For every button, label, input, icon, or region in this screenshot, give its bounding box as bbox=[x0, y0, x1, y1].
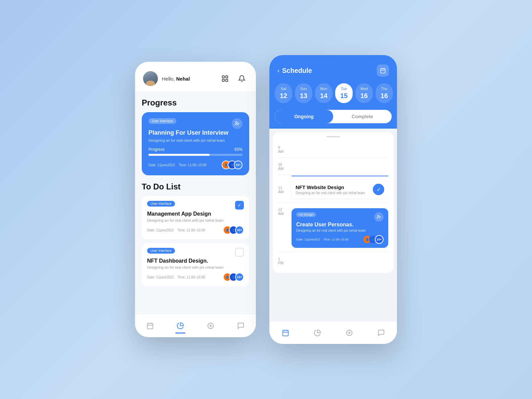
phone-schedule: ‹ Schedule Sat 12 Sun 13 bbox=[269, 55, 397, 344]
schedule-header: ‹ Schedule bbox=[269, 55, 397, 83]
user-add-icon bbox=[232, 118, 242, 129]
svg-rect-21 bbox=[282, 330, 288, 336]
day-tue-active[interactable]: Tue 15 bbox=[335, 83, 353, 103]
day-sat[interactable]: Sat 12 bbox=[275, 83, 292, 103]
progress-date: Date: 11june2022 bbox=[148, 163, 175, 167]
p2-nav-chat[interactable] bbox=[372, 326, 390, 339]
drag-handle bbox=[326, 136, 340, 137]
nft-check-icon: ✓ bbox=[373, 184, 384, 195]
day-wed[interactable]: Wed 16 bbox=[355, 83, 373, 103]
personas-count: 10+ bbox=[375, 235, 384, 244]
nft-card-title: NFT Website Design bbox=[296, 184, 365, 190]
todo-item-2: User Interface NFT Dashboard Design. Des… bbox=[142, 243, 249, 286]
time-label-1pm: 1PM bbox=[278, 256, 292, 265]
todo2-tag: User Interface bbox=[147, 248, 175, 254]
nft-card-subtitle: Designing an for real client with pix ne… bbox=[296, 191, 365, 195]
todo2-date: Date: 11june2022 bbox=[147, 275, 174, 279]
header-icons bbox=[219, 73, 248, 85]
todo1-date: Date: 11june2022 bbox=[147, 228, 174, 232]
day-thu[interactable]: Thu 16 bbox=[375, 83, 393, 103]
progress-card-title: Planning For User Interview bbox=[148, 129, 242, 137]
todo1-count: 10+ bbox=[235, 226, 244, 234]
nav-chat[interactable] bbox=[232, 319, 250, 332]
nav-calendar[interactable] bbox=[141, 319, 159, 332]
svg-rect-7 bbox=[147, 323, 153, 329]
time-block-11am: 11AM NFT Website Design Designing an for… bbox=[278, 176, 388, 203]
todo2-title: NFT Dashboard Design. bbox=[147, 258, 244, 264]
todo-item-1: User Interface ✓ Management App Design D… bbox=[142, 196, 249, 239]
user-personas-card: UX Design Create U bbox=[292, 208, 388, 248]
calendar-icon-btn[interactable] bbox=[377, 64, 389, 77]
p2-nav-calendar[interactable] bbox=[276, 326, 295, 339]
day-selector: Sat 12 Sun 13 Mon 14 Tue 15 Wed 16 bbox=[269, 83, 397, 110]
todo2-count: 10+ bbox=[235, 273, 244, 281]
svg-rect-14 bbox=[381, 69, 385, 73]
todo2-avatars: 👤 👤 10+ bbox=[223, 273, 244, 281]
todo1-title: Management App Design bbox=[147, 211, 244, 217]
schedule-tab-bar: Ongoing Complete bbox=[269, 110, 397, 129]
todo2-checkbox[interactable] bbox=[235, 248, 244, 257]
phone1-header: Hello, Nehal bbox=[135, 62, 256, 91]
nav-active-indicator bbox=[175, 332, 185, 334]
time-block-1pm: 1PM bbox=[278, 252, 388, 269]
todo1-tag: User Interface bbox=[147, 201, 175, 207]
svg-rect-1 bbox=[226, 76, 228, 78]
day-mon[interactable]: Mon 14 bbox=[315, 83, 332, 103]
tab-complete[interactable]: Complete bbox=[333, 110, 392, 123]
p2-nav-chart[interactable] bbox=[308, 326, 326, 339]
svg-rect-2 bbox=[222, 79, 224, 81]
progress-avatars: 👤 👤 10+ bbox=[222, 161, 242, 169]
todo1-checkbox[interactable]: ✓ bbox=[235, 201, 244, 210]
personas-date: Date: 11june2022 bbox=[296, 238, 320, 241]
phone-progress: Hello, Nehal bbox=[135, 62, 256, 337]
time-label-11am: 11AM bbox=[278, 185, 292, 194]
nav-add[interactable] bbox=[202, 319, 220, 332]
progress-section-title: Progress bbox=[142, 91, 249, 112]
avatar-count: 10+ bbox=[234, 161, 242, 169]
time-label-9am: 9AM bbox=[278, 145, 292, 153]
schedule-header-left: ‹ Schedule bbox=[277, 67, 312, 75]
time-block-12am: 12AM UX Design bbox=[278, 203, 388, 252]
p2-nav-add[interactable] bbox=[340, 326, 358, 339]
greeting-text: Hello, Nehal bbox=[162, 76, 190, 82]
user-info: Hello, Nehal bbox=[143, 71, 190, 86]
grid-icon[interactable] bbox=[219, 73, 231, 85]
todo-section-title: To Do List bbox=[142, 175, 249, 196]
todo1-time: Time: 11:00–15:00 bbox=[177, 228, 205, 232]
day-sun[interactable]: Sun 13 bbox=[295, 83, 312, 103]
phone1-bottom-nav bbox=[135, 314, 256, 337]
todo2-time: Time: 11:00–15:00 bbox=[177, 275, 205, 279]
bell-icon[interactable] bbox=[236, 73, 248, 85]
progress-label: Progress bbox=[148, 147, 165, 152]
svg-point-18 bbox=[378, 215, 379, 217]
progress-card-subtitle: Designing an for real client with pix ne… bbox=[148, 138, 242, 142]
todo1-avatars: 👤 👤 10+ bbox=[223, 226, 244, 234]
progress-time: Time: 11:00–15:00 bbox=[179, 163, 207, 167]
personas-subtitle: Designing an for real client with pix ne… bbox=[296, 229, 384, 232]
svg-rect-0 bbox=[222, 76, 224, 78]
time-label-12am: 12AM bbox=[278, 207, 292, 216]
time-block-9am: 9AM bbox=[278, 141, 388, 158]
phone2-bottom-nav bbox=[269, 321, 397, 344]
svg-rect-3 bbox=[226, 79, 228, 81]
progress-card-tag: User Interface bbox=[148, 118, 176, 124]
progress-card: User Interface Planning For User Intervi… bbox=[142, 112, 249, 175]
avatar bbox=[143, 71, 158, 86]
nav-chart[interactable] bbox=[171, 319, 189, 332]
time-block-10am: 10AM bbox=[278, 158, 388, 175]
progress-value: 65% bbox=[234, 147, 242, 152]
svg-point-4 bbox=[235, 122, 237, 123]
ux-tag: UX Design bbox=[296, 212, 316, 217]
back-button[interactable]: ‹ bbox=[277, 67, 279, 74]
personas-time: Time: 11:00–15:00 bbox=[323, 238, 349, 241]
personas-user-icon bbox=[374, 212, 384, 222]
personas-title: Create User Personas. bbox=[296, 222, 384, 228]
time-label-10am: 10AM bbox=[278, 162, 292, 171]
nft-website-card: NFT Website Design Designing an for real… bbox=[292, 180, 388, 198]
personas-avatars: 👤 👤 10+ bbox=[363, 235, 384, 244]
tab-ongoing[interactable]: Ongoing bbox=[275, 110, 333, 123]
todo1-subtitle: Designing an for real client with pix ne… bbox=[147, 218, 244, 222]
todo2-subtitle: Designing an for real client with pix ne… bbox=[147, 265, 244, 269]
schedule-title: Schedule bbox=[282, 67, 312, 75]
progress-bar bbox=[148, 154, 210, 156]
